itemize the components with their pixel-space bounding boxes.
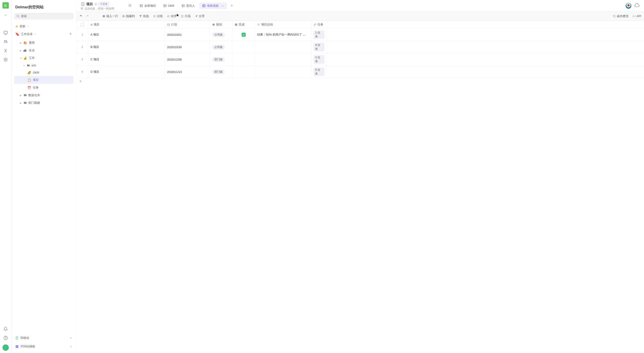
user-avatar-small[interactable] <box>2 344 9 351</box>
svg-rect-34 <box>203 4 205 7</box>
api-button[interactable]: API <box>632 14 641 18</box>
tab-all-projects[interactable]: 全部项目 <box>136 2 159 9</box>
group-button[interactable]: 分组 <box>153 14 163 18</box>
cell-plan[interactable]: 2020/10/30 <box>165 41 210 53</box>
tab-owner[interactable]: 责任人 <box>178 2 198 9</box>
search-icon <box>16 14 20 18</box>
filter-button[interactable]: 筛选 <box>139 14 149 18</box>
share-button[interactable]: 分享 <box>195 14 205 18</box>
longtext-icon <box>257 23 260 26</box>
cell-level[interactable]: 公司级 <box>210 28 232 41</box>
hide-columns-button[interactable]: 隐藏列 <box>122 14 135 18</box>
add-row-button[interactable] <box>76 78 644 85</box>
insert-row-button[interactable]: 插入一行 <box>102 14 118 18</box>
cell-plan[interactable]: 2020/10/01 <box>165 28 210 41</box>
svg-point-43 <box>123 16 124 17</box>
search-input[interactable] <box>21 14 72 18</box>
column-summary[interactable]: 项目总结 <box>255 21 311 28</box>
cell-project[interactable]: A 项目 <box>88 28 165 41</box>
permission-badge[interactable]: 可管理 <box>99 2 109 6</box>
tree-item-life[interactable]: ▶🏙生活 <box>14 46 74 54</box>
tab-okr[interactable]: OKR <box>160 3 178 9</box>
cell-task[interactable]: 3 任务 <box>311 53 327 66</box>
tree-item-okr[interactable]: 🌈OKR <box>14 69 74 76</box>
cell-task[interactable]: 4 任务 <box>311 41 327 53</box>
select-all-checkbox[interactable] <box>76 21 88 28</box>
tree-item-task[interactable]: ⏰任务 <box>14 84 74 92</box>
tree-item-teambuild[interactable]: ▶部门团建 <box>14 99 74 107</box>
column-project[interactable]: A项目 <box>88 21 165 28</box>
cell-level[interactable]: 部门级 <box>210 66 232 78</box>
cell-summary[interactable]: 结果：50% 的用户在一周内访问了 ... <box>255 28 311 41</box>
row-index: 4 <box>76 66 88 78</box>
template-center[interactable]: 空间站模板 <box>14 342 74 351</box>
cell-task[interactable]: 5 任务 <box>311 66 327 78</box>
cell-done[interactable] <box>232 41 255 53</box>
redo-button[interactable] <box>86 14 89 18</box>
notifications-icon[interactable] <box>3 326 8 332</box>
tools-icon[interactable] <box>3 48 8 53</box>
tree-item-project[interactable]: 📋项目 <box>14 76 74 84</box>
column-plan[interactable]: 计划 <box>165 21 210 28</box>
recycle-bin[interactable]: 回收站 <box>14 334 74 342</box>
tree-item-general[interactable]: ▶🎨通用 <box>14 39 74 46</box>
workdir-section[interactable]: 🔖 工作目录 <box>14 30 74 38</box>
find-in-table-button[interactable]: 表内查找 <box>613 14 628 18</box>
workspace-avatar[interactable]: D <box>2 2 9 8</box>
cell-level[interactable]: 部门级 <box>210 53 232 66</box>
add-folder-button[interactable] <box>69 32 72 36</box>
table-row[interactable]: 4D 项目2019/11/13部门级5 任务 <box>76 66 644 78</box>
search-box[interactable] <box>14 13 74 19</box>
cell-plan[interactable]: 2019/11/13 <box>165 66 210 78</box>
add-view-button[interactable] <box>228 2 236 9</box>
favorite-button[interactable]: ☆ <box>94 2 97 6</box>
doc-description[interactable]: 点击此处，添加一段说明 <box>80 7 123 10</box>
tree-item-kpi[interactable]: ▼KPI <box>14 62 74 69</box>
undo-button[interactable] <box>79 14 83 18</box>
cell-done[interactable] <box>232 28 255 41</box>
cell-done[interactable] <box>232 53 255 66</box>
cell-summary[interactable] <box>255 53 311 66</box>
cell-task[interactable]: 1 任务 <box>311 28 327 41</box>
table-row[interactable]: 3C 项目2020/12/08部门级3 任务 <box>76 53 644 66</box>
grid-icon <box>202 4 206 8</box>
contacts-icon[interactable] <box>3 39 8 44</box>
svg-point-3 <box>6 40 7 42</box>
workspace-icon[interactable] <box>3 30 8 35</box>
column-done[interactable]: 完成 <box>232 21 255 28</box>
sync-status-icon[interactable] <box>634 3 640 8</box>
text-icon: A <box>90 23 92 26</box>
select-icon <box>212 23 215 26</box>
cell-done[interactable] <box>232 66 255 78</box>
view-list-toggle[interactable] <box>126 2 133 10</box>
cell-summary[interactable] <box>255 66 311 78</box>
collapse-icon[interactable] <box>3 12 8 18</box>
cell-plan[interactable]: 2020/12/08 <box>165 53 210 66</box>
table-row[interactable]: 2B 项目2020/10/30公司级4 任务 <box>76 41 644 53</box>
help-icon[interactable] <box>3 336 8 340</box>
svg-marker-4 <box>4 58 7 62</box>
row-height-button[interactable]: 行高 <box>181 14 191 18</box>
tab-grid-view[interactable]: 维格视图⋯ <box>199 2 227 9</box>
collaborator-avatar[interactable] <box>626 3 632 9</box>
money-icon: 💰 <box>24 56 28 60</box>
cell-summary[interactable] <box>255 41 311 53</box>
column-level[interactable]: 级别 <box>210 21 232 28</box>
settings-icon[interactable] <box>3 57 8 62</box>
starred-section[interactable]: ★ 星标 <box>14 22 74 30</box>
sort-button[interactable]: 排序 <box>167 14 177 18</box>
cell-project[interactable]: D 项目 <box>88 66 165 78</box>
svg-rect-54 <box>235 24 237 26</box>
tree-item-warehouse[interactable]: ▶数据仓库 <box>14 92 74 99</box>
svg-rect-30 <box>182 4 184 7</box>
cell-level[interactable]: 公司级 <box>210 41 232 53</box>
cell-project[interactable]: B 项目 <box>88 41 165 53</box>
column-task[interactable]: 任务 <box>311 21 327 28</box>
doc-emoji: 📋 <box>80 2 85 6</box>
tree-item-work[interactable]: ▼💰工作 <box>14 54 74 62</box>
svg-point-7 <box>6 339 6 339</box>
doc-title[interactable]: 项目 <box>86 2 93 6</box>
table-row[interactable]: 1A 项目2020/10/01公司级结果：50% 的用户在一周内访问了 ...1… <box>76 28 644 41</box>
cell-project[interactable]: C 项目 <box>88 53 165 66</box>
tab-more-icon[interactable]: ⋯ <box>221 4 224 8</box>
